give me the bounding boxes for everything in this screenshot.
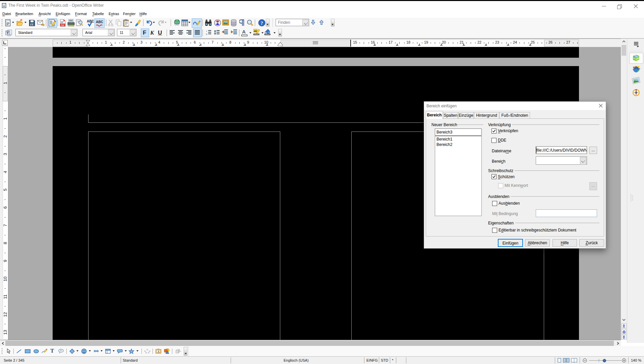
svg-text:I: I — [206, 30, 207, 33]
svg-text:PDF: PDF — [61, 24, 65, 26]
svg-text:ABC: ABC — [96, 20, 103, 24]
svg-text:ab: ab — [254, 30, 257, 33]
svg-text:II: II — [206, 33, 208, 35]
svg-text:A: A — [158, 351, 160, 353]
svg-text:ABC: ABC — [87, 19, 94, 23]
svg-text:?: ? — [260, 20, 263, 26]
svg-text:N: N — [636, 89, 637, 91]
